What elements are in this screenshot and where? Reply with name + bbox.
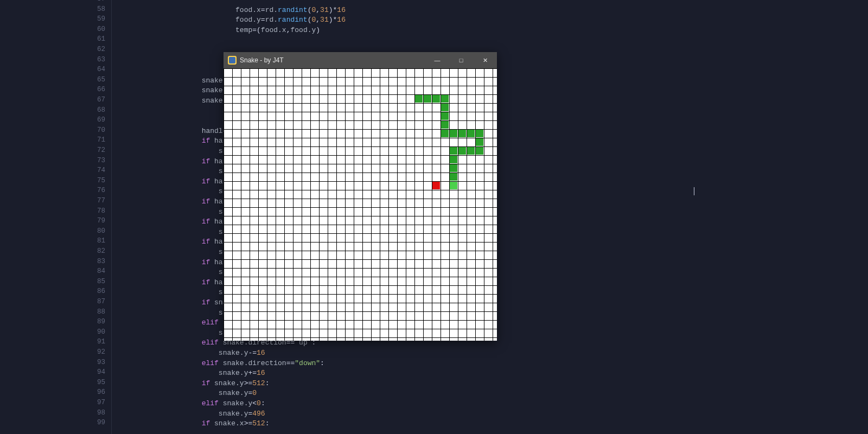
snake-segment [441, 121, 449, 129]
line-number: 86 [84, 288, 105, 295]
text-cursor [694, 187, 694, 195]
line-number: 77 [84, 197, 105, 205]
line-number: 91 [84, 338, 105, 346]
window-title: Snake - by J4T [240, 56, 425, 64]
line-number: 64 [84, 66, 105, 73]
code-line[interactable]: if snake.x>=512: [151, 419, 269, 429]
line-number: 94 [84, 368, 105, 376]
snake-segment [476, 130, 483, 137]
line-number: 57 [84, 0, 105, 3]
code-line[interactable] [151, 0, 269, 5]
code-line[interactable]: temp=(food.x,food.y) [151, 25, 320, 36]
line-number: 99 [84, 419, 105, 426]
line-number: 75 [84, 177, 105, 184]
snake-segment [441, 130, 449, 137]
line-number: 85 [84, 278, 105, 285]
snake-segment [432, 95, 440, 103]
line-number: 59 [84, 15, 105, 23]
snake-segment [424, 95, 431, 103]
line-number: 67 [84, 96, 105, 104]
line-number: 76 [84, 187, 105, 194]
line-number: 98 [84, 409, 105, 417]
line-number: 89 [84, 318, 105, 326]
snake-segment [441, 112, 449, 120]
code-line[interactable]: snake.y=496 [151, 409, 265, 419]
snake-head [450, 182, 457, 189]
line-number: 65 [84, 76, 105, 84]
line-number: 79 [84, 217, 105, 225]
line-number-gutter: 5758596061626364656667686970717273747576… [0, 0, 112, 434]
code-line[interactable]: elif snake.y<0: [151, 399, 265, 409]
line-number: 70 [84, 126, 105, 134]
window-titlebar[interactable]: Snake - by J4T — □ ✕ [224, 52, 497, 68]
code-line[interactable]: snake.y-=16 [151, 348, 265, 359]
snake-segment [441, 95, 449, 103]
line-number: 69 [84, 116, 105, 124]
line-number: 97 [84, 399, 105, 406]
line-number: 96 [84, 388, 105, 396]
code-line[interactable]: snake.y+=16 [151, 368, 265, 379]
line-number: 87 [84, 298, 105, 305]
line-number: 90 [84, 328, 105, 336]
snake-segment [450, 164, 457, 172]
line-number: 73 [84, 157, 105, 164]
game-grid [224, 68, 497, 341]
snake-segment [458, 147, 466, 155]
snake-segment [467, 130, 475, 137]
snake-segment [450, 147, 457, 155]
line-number: 66 [84, 86, 105, 93]
code-line[interactable]: elif snake.direction=="down": [151, 359, 324, 369]
line-number: 93 [84, 359, 105, 366]
snake-segment [476, 138, 483, 146]
code-line[interactable]: if snake.y>=512: [151, 379, 269, 389]
line-number: 81 [84, 237, 105, 245]
line-number: 84 [84, 267, 105, 275]
snake-segment [458, 130, 466, 137]
game-board[interactable] [224, 68, 497, 341]
snake-segment [450, 173, 457, 181]
code-line[interactable]: snake.y=0 [151, 388, 257, 399]
snake-segment [467, 147, 475, 155]
snake-segment [450, 130, 457, 137]
line-number: 60 [84, 25, 105, 33]
line-number: 62 [84, 46, 105, 53]
python-icon [228, 56, 237, 65]
line-number: 58 [84, 5, 105, 13]
food [432, 182, 440, 189]
minimize-button[interactable]: — [425, 52, 449, 68]
maximize-button[interactable]: □ [449, 52, 473, 68]
line-number: 92 [84, 348, 105, 356]
line-number: 80 [84, 227, 105, 235]
line-number: 61 [84, 35, 105, 43]
snake-segment [450, 156, 457, 163]
close-button[interactable]: ✕ [473, 52, 497, 68]
line-number: 68 [84, 106, 105, 114]
code-line[interactable]: food.x=rd.randint(0,31)*16 [151, 5, 346, 16]
snake-segment [476, 147, 483, 155]
game-window[interactable]: Snake - by J4T — □ ✕ [224, 52, 497, 341]
line-number: 72 [84, 146, 105, 154]
snake-segment [441, 104, 449, 111]
line-number: 88 [84, 308, 105, 316]
code-line[interactable]: food.y=rd.randint(0,31)*16 [151, 15, 346, 25]
snake-segment [415, 95, 423, 103]
line-number: 71 [84, 136, 105, 144]
line-number: 82 [84, 247, 105, 255]
line-number: 74 [84, 167, 105, 174]
line-number: 83 [84, 258, 105, 265]
line-number: 63 [84, 56, 105, 63]
line-number: 95 [84, 379, 105, 386]
line-number: 78 [84, 207, 105, 215]
